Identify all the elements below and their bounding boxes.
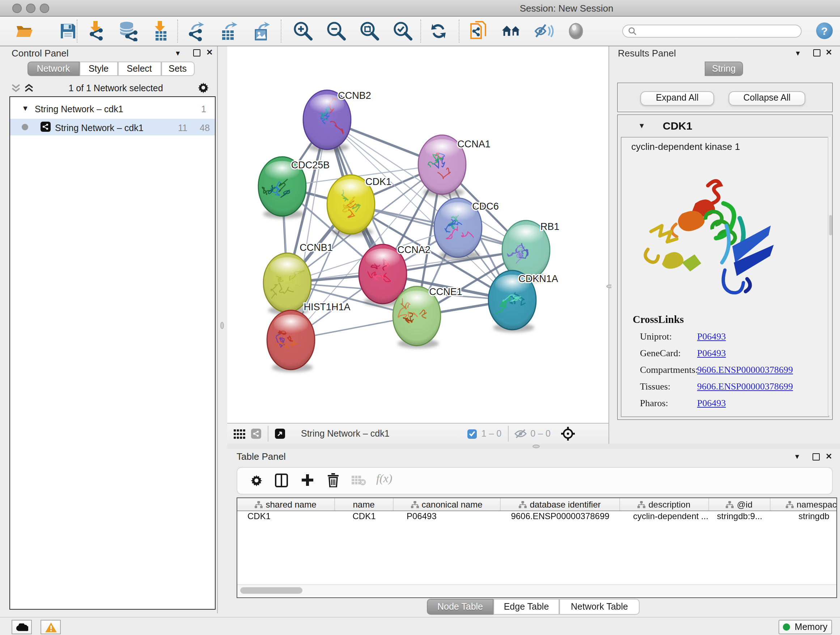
network-graph[interactable]: CCNB2CCNA1CDC25BCDK1CDC6RB1CCNB1CCNA2CDK…	[227, 46, 608, 423]
zoom-out-button[interactable]	[325, 21, 346, 41]
zoom-selected-button[interactable]	[392, 21, 412, 41]
cell-canonical-name[interactable]: P06493	[393, 510, 500, 521]
cell-shared-name[interactable]: CDK1	[237, 510, 335, 521]
panel-close-icon[interactable]: ✕	[826, 451, 832, 461]
results-scrollbar[interactable]	[828, 137, 832, 416]
import-network-button[interactable]	[85, 21, 106, 41]
vertical-splitter-handle[interactable]	[220, 322, 224, 329]
panel-float-icon[interactable]	[813, 453, 820, 460]
collection-expand-icon[interactable]: ▼	[22, 104, 29, 112]
table-panel: Table Panel ▾ ✕ f(x) shared namenamecano…	[227, 449, 840, 617]
network-status-dot	[22, 124, 28, 130]
open-session-button[interactable]	[14, 21, 35, 41]
crosslink-label: GeneCard:	[640, 348, 681, 359]
toolbar-separator	[77, 19, 77, 42]
node-label-HIST1H1A: HIST1H1A	[303, 301, 350, 312]
selected-checkbox-icon[interactable]	[468, 429, 477, 439]
help-button[interactable]: ?	[816, 22, 833, 39]
grid-view-icon[interactable]	[234, 429, 245, 439]
zoom-window-icon[interactable]	[40, 4, 49, 13]
delete-column-trash-icon[interactable]	[327, 473, 339, 487]
network-row-selected[interactable]: String Network – cdk1 11 48	[10, 119, 215, 135]
tab-sets[interactable]: Sets	[161, 62, 194, 76]
panel-float-icon[interactable]	[193, 49, 201, 57]
table-header-row[interactable]: shared namenamecanonical namedatabase id…	[237, 498, 837, 511]
network-options-gear-icon[interactable]	[197, 81, 209, 93]
panel-close-icon[interactable]: ✕	[206, 48, 213, 57]
cell--id[interactable]: stringdb:9...	[709, 510, 771, 521]
zoom-in-button[interactable]	[292, 21, 313, 41]
show-details-button[interactable]	[566, 21, 586, 41]
export-table-button[interactable]	[219, 21, 240, 41]
save-session-button[interactable]	[58, 21, 78, 41]
tab-node-table[interactable]: Node Table	[427, 599, 493, 615]
tab-network-table[interactable]: Network Table	[559, 599, 639, 615]
crosslink-link[interactable]: 9606.ENSP00000378699	[697, 381, 793, 393]
refresh-button[interactable]	[428, 21, 448, 41]
panel-menu-icon[interactable]: ▾	[795, 452, 799, 461]
column-header-database-identifier[interactable]: database identifier	[500, 498, 620, 510]
show-columns-icon[interactable]	[275, 473, 288, 487]
export-image-button[interactable]	[252, 21, 272, 41]
column-header-namespace[interactable]: namespace	[771, 498, 837, 510]
cell-namespace[interactable]: stringdb	[771, 510, 837, 521]
column-header-shared-name[interactable]: shared name	[237, 498, 335, 510]
column-header-canonical-name[interactable]: canonical name	[393, 498, 500, 510]
crosslink-link[interactable]: P06493	[697, 397, 726, 409]
export-network-button[interactable]	[187, 21, 207, 41]
network-collection-row[interactable]: ▼ String Network – cdk1 1	[10, 102, 215, 119]
tab-select[interactable]: Select	[118, 62, 161, 76]
warnings-button[interactable]	[41, 620, 61, 634]
cell-description[interactable]: cyclin-dependent ...	[620, 510, 709, 521]
close-window-icon[interactable]	[12, 4, 21, 13]
birdseye-crosshair-icon[interactable]	[561, 426, 575, 441]
view-network-title: String Network – cdk1	[301, 429, 390, 439]
crosslink-link[interactable]: P06493	[697, 331, 726, 342]
panel-menu-icon[interactable]: ▾	[176, 48, 180, 57]
node-HIST1H1A[interactable]	[267, 310, 315, 372]
gene-symbol: CDK1	[663, 119, 692, 131]
cell-name[interactable]: CDK1	[335, 510, 393, 521]
panel-close-icon[interactable]: ✕	[826, 48, 832, 57]
crosslink-link[interactable]: 9606.ENSP00000378699	[697, 364, 793, 376]
column-header--id[interactable]: @id	[709, 498, 771, 510]
network-canvas[interactable]: CCNB2CCNA1CDC25BCDK1CDC6RB1CCNB1CCNA2CDK…	[227, 46, 609, 423]
node-table[interactable]: shared namenamecanonical namedatabase id…	[237, 497, 837, 598]
panel-float-icon[interactable]	[813, 49, 821, 57]
tab-network[interactable]: Network	[27, 62, 80, 76]
toolbar-separator	[281, 19, 281, 42]
tab-edge-table[interactable]: Edge Table	[493, 599, 559, 615]
snapshot-button[interactable]	[501, 21, 522, 41]
gene-collapse-icon[interactable]: ▼	[638, 121, 645, 129]
tab-style[interactable]: Style	[80, 62, 118, 76]
network-type-icon[interactable]	[251, 429, 261, 439]
import-network-from-database-button[interactable]	[118, 21, 138, 41]
gene-description: cyclin-dependent kinase 1	[631, 141, 740, 152]
search-field[interactable]	[622, 24, 802, 37]
create-column-icon[interactable]	[301, 473, 314, 486]
collapse-all-networks-icon[interactable]	[11, 83, 21, 92]
expand-all-button[interactable]: Expand All	[640, 91, 714, 106]
expand-all-networks-icon[interactable]	[24, 83, 34, 92]
panel-menu-icon[interactable]: ▾	[796, 48, 800, 57]
cloud-status-button[interactable]	[11, 620, 32, 634]
table-h-scrollbar[interactable]	[237, 584, 836, 596]
table-row[interactable]: CDK1CDK1P064939606.ENSP00000378699cyclin…	[237, 510, 837, 521]
search-input[interactable]	[637, 26, 784, 36]
column-header-description[interactable]: description	[620, 498, 709, 510]
cell-database-identifier[interactable]: 9606.ENSP00000378699	[500, 510, 620, 521]
tab-string[interactable]: String	[705, 62, 743, 76]
title-bar: Session: New Session	[0, 0, 840, 16]
table-settings-gear-icon[interactable]	[250, 474, 263, 486]
zoom-fit-button[interactable]	[359, 21, 379, 41]
hide-details-button[interactable]	[534, 21, 554, 41]
clone-network-button[interactable]	[469, 21, 489, 41]
minimize-window-icon[interactable]	[26, 4, 35, 13]
crosslink-link[interactable]: P06493	[697, 348, 726, 359]
import-table-button[interactable]	[150, 21, 171, 41]
memory-button[interactable]: Memory	[778, 620, 832, 634]
horizontal-splitter-handle[interactable]	[532, 445, 540, 448]
collapse-all-button[interactable]: Collapse All	[729, 91, 805, 106]
column-header-name[interactable]: name	[335, 498, 393, 510]
open-in-window-icon[interactable]	[275, 429, 285, 439]
